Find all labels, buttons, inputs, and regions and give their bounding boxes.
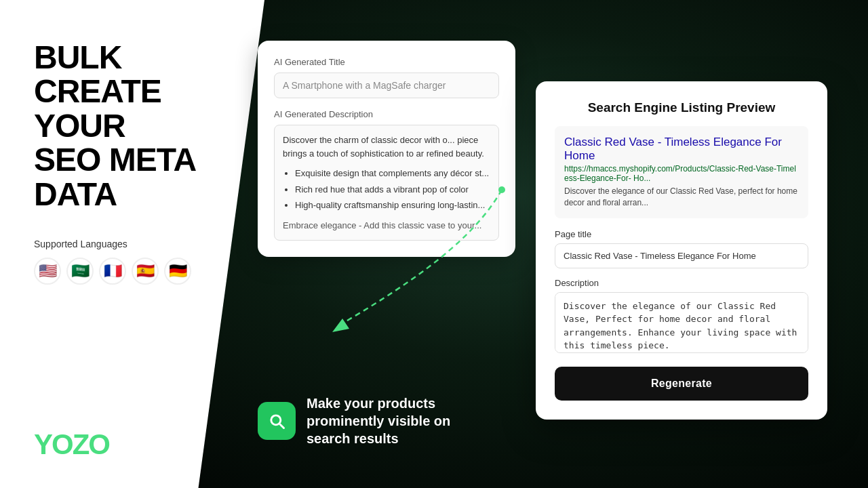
ai-generated-card: AI Generated Title AI Generated Descript… [258,41,515,257]
page-title-input[interactable] [555,243,808,268]
desc-cta: Embrace elegance - Add this classic vase… [283,219,490,232]
description-label: Description [555,278,808,288]
bullet-2: Rich red hue that adds a vibrant pop of … [295,183,490,197]
flag-fr: 🇫🇷 [99,258,126,285]
bullet-1: Exquisite design that complements any dé… [295,167,490,180]
search-icon-box [258,402,296,440]
flag-us: 🇺🇸 [34,258,61,285]
ai-title-input[interactable] [274,73,499,98]
search-promo-text: Make your products prominently visible o… [307,394,456,447]
hero-title: BULK CREATE YOUR SEO META DATA [34,41,203,211]
desc-intro: Discover the charm of classic decor with… [283,134,490,160]
regenerate-button[interactable]: Regenerate [555,367,808,401]
description-textarea[interactable] [555,292,808,353]
preview-description: Discover the elegance of our Classic Red… [564,186,799,209]
flags-row: 🇺🇸 🇸🇦 🇫🇷 🇪🇸 🇩🇪 [34,258,203,285]
desc-bullets: Exquisite design that complements any dé… [283,167,490,212]
search-icon [267,411,286,430]
ai-desc-label: AI Generated Description [274,109,499,119]
ai-title-label: AI Generated Title [274,57,499,67]
left-content-area: BULK CREATE YOUR SEO META DATA Supported… [0,0,237,488]
languages-label: Supported Languages [34,239,203,249]
seo-preview-card: Search Engine Listing Preview Classic Re… [536,81,827,420]
preview-link-title[interactable]: Classic Red Vase - Timeless Elegance For… [564,136,799,163]
search-promo-area: Make your products prominently visible o… [258,394,456,447]
bullet-3: High-quality craftsmanship ensuring long… [295,199,490,212]
flag-es: 🇪🇸 [132,258,159,285]
yozo-logo: YOZO [34,428,109,461]
seo-card-heading: Search Engine Listing Preview [555,100,808,115]
flag-sa: 🇸🇦 [66,258,94,285]
google-preview-box: Classic Red Vase - Timeless Elegance For… [555,126,808,218]
page-title-label: Page title [555,229,808,239]
preview-url: https://hmaccs.myshopify.com/Products/Cl… [564,164,799,183]
flag-de: 🇩🇪 [164,258,191,285]
ai-description-box: Discover the charm of classic decor with… [274,125,499,241]
